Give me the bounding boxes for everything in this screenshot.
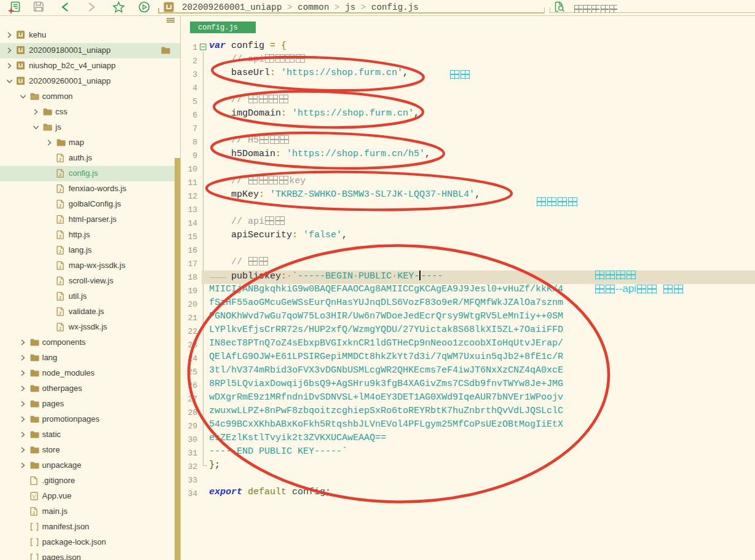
svg-text:J: J bbox=[58, 249, 61, 254]
svg-text:J: J bbox=[58, 264, 61, 270]
svg-text:J: J bbox=[58, 234, 61, 239]
svg-text:J: J bbox=[58, 172, 61, 178]
svg-text:J: J bbox=[58, 157, 61, 162]
svg-text:J: J bbox=[58, 280, 61, 285]
svg-text:J: J bbox=[58, 310, 61, 316]
svg-text:J: J bbox=[58, 203, 61, 208]
svg-text:J: J bbox=[32, 510, 35, 516]
svg-text:J: J bbox=[58, 326, 61, 331]
svg-text:J: J bbox=[58, 218, 61, 224]
svg-text:J: J bbox=[58, 187, 61, 193]
svg-text:J: J bbox=[58, 295, 61, 301]
svg-text:V: V bbox=[32, 494, 36, 500]
